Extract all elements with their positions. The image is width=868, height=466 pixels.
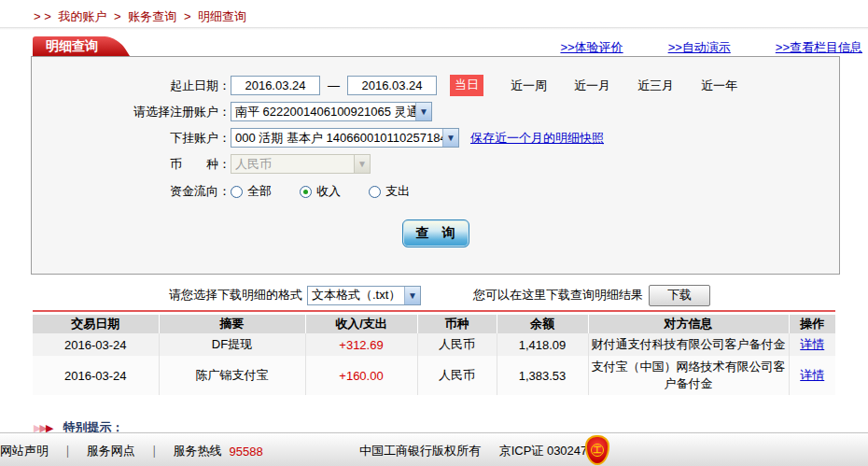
- date-to-input[interactable]: [347, 76, 437, 95]
- col-header-currency: 币种: [417, 315, 497, 333]
- radio-icon[interactable]: [231, 186, 243, 198]
- link-view-column-info[interactable]: >>查看栏目信息: [776, 39, 862, 56]
- currency-value: 人民币: [231, 156, 354, 173]
- quick-range-year[interactable]: 近一年: [701, 78, 737, 94]
- hotline-label: 服务热线: [173, 443, 221, 459]
- download-row: 请您选择下载明细的格式 文本格式（.txt） ▼ 您可以在这里下载查询明细结果 …: [31, 281, 840, 309]
- table-header-row: 交易日期 摘要 收入/支出 币种 余额 对方信息 操作: [33, 315, 835, 333]
- registered-account-label: 请选择注册账户：: [32, 104, 231, 120]
- registered-account-select[interactable]: 南平 6222001406100921065 灵通卡 ▼: [231, 102, 432, 121]
- today-badge[interactable]: 当日: [450, 75, 483, 96]
- tab-detail-query[interactable]: 明细查询: [33, 36, 105, 56]
- link-experience-rating[interactable]: >>体验评价: [560, 39, 623, 56]
- cell-summary: 陈广锦支付宝: [159, 356, 305, 395]
- download-hint: 您可以在这里下载查询明细结果: [473, 287, 643, 304]
- cell-date: 2016-03-24: [33, 333, 159, 356]
- footer-separator: ｜: [148, 443, 161, 459]
- currency-row: 币 种： 人民币 ▼: [32, 151, 839, 177]
- query-button[interactable]: 查 询: [402, 219, 469, 247]
- copyright-text: 中国工商银行版权所有: [359, 444, 481, 458]
- breadcrumb-item-detail-query[interactable]: 明细查询: [198, 9, 246, 23]
- date-dash: —: [328, 78, 340, 92]
- download-format-value: 文本格式（.txt）: [308, 287, 404, 304]
- breadcrumb-item-my-account[interactable]: 我的账户: [58, 9, 106, 23]
- footer-link-service-outlets[interactable]: 服务网点: [87, 443, 135, 459]
- date-from-input[interactable]: [231, 76, 320, 95]
- col-header-action: 操作: [789, 315, 835, 333]
- cell-counterparty: 财付通支付科技有限公司客户备付金: [588, 333, 789, 356]
- footer-copyright: 中国工商银行版权所有 京ICP证 030247号: [359, 443, 599, 459]
- flow-radio-group: 全部 收入 支出: [231, 183, 438, 200]
- col-header-counterparty: 对方信息: [588, 315, 789, 333]
- flow-direction-row: 资金流向： 全部 收入 支出: [32, 177, 839, 205]
- cell-counterparty: 支付宝（中国）网络技术有限公司客户备付金: [588, 356, 789, 395]
- breadcrumb-separator: >: [114, 9, 121, 23]
- col-header-summary: 摘要: [159, 315, 305, 333]
- cell-currency: 人民币: [417, 356, 497, 395]
- col-header-amount: 收入/支出: [305, 315, 417, 333]
- breadcrumb: > > 我的账户 > 账务查询 > 明细查询: [34, 8, 250, 25]
- radio-option-income[interactable]: 收入: [300, 183, 341, 200]
- col-header-date: 交易日期: [33, 315, 159, 333]
- footer-separator: ｜: [62, 443, 74, 459]
- registered-account-value: 南平 6222001406100921065 灵通卡: [231, 104, 415, 120]
- radio-option-expense[interactable]: 支出: [369, 183, 410, 200]
- cell-summary: DF提现: [159, 333, 305, 356]
- date-range-row: 起止日期： — 当日 近一周 近一月 近三月 近一年: [32, 73, 839, 98]
- table-row: 2016-03-24 DF提现 +312.69 人民币 1,418.09 财付通…: [33, 333, 835, 356]
- icbc-shield-icon: 工: [585, 435, 609, 465]
- radio-selected-icon[interactable]: [300, 186, 312, 198]
- chevron-down-icon: ▼: [415, 103, 431, 120]
- radio-label-all: 全部: [247, 183, 272, 200]
- top-links: >>体验评价 >>自动演示 >>查看栏目信息: [560, 39, 862, 56]
- sub-account-value: 000 活期 基本户 1406600101102571848: [231, 130, 442, 147]
- footer-left: 网站声明 ｜ 服务网点 ｜ 服务热线 95588: [0, 443, 263, 459]
- currency-label: 币 种：: [32, 156, 231, 173]
- save-snapshot-link[interactable]: 保存近一个月的明细快照: [470, 130, 604, 147]
- sub-account-select[interactable]: 000 活期 基本户 1406600101102571848 ▼: [231, 128, 459, 148]
- detail-link[interactable]: 详情: [800, 368, 824, 382]
- radio-label-expense: 支出: [385, 183, 410, 200]
- cell-amount: +312.69: [305, 333, 417, 356]
- breadcrumb-prefix: > >: [34, 9, 51, 23]
- footer-link-site-statement[interactable]: 网站声明: [0, 443, 49, 459]
- chevron-down-icon: ▼: [354, 155, 370, 173]
- breadcrumb-item-account-query[interactable]: 账务查询: [128, 9, 176, 23]
- currency-select: 人民币 ▼: [231, 154, 371, 174]
- radio-option-all[interactable]: 全部: [231, 183, 272, 200]
- chevron-down-icon: ▼: [404, 287, 420, 304]
- table-top-divider: [33, 310, 835, 312]
- breadcrumb-separator: >: [184, 9, 191, 23]
- flow-direction-label: 资金流向：: [32, 183, 231, 200]
- quick-range-quarter[interactable]: 近三月: [637, 78, 674, 94]
- quick-range-month[interactable]: 近一月: [574, 78, 610, 94]
- query-form-panel: 起止日期： — 当日 近一周 近一月 近三月 近一年 请选择注册账户： 南平 6…: [31, 56, 840, 275]
- cell-date: 2016-03-24: [33, 356, 159, 395]
- registered-account-row: 请选择注册账户： 南平 6222001406100921065 灵通卡 ▼: [32, 99, 839, 124]
- cell-balance: 1,418.09: [497, 333, 588, 356]
- hotline-number: 95588: [229, 445, 262, 459]
- transactions-table: 交易日期 摘要 收入/支出 币种 余额 对方信息 操作 2016-03-24 D…: [33, 315, 835, 395]
- footer-bar: 网站声明 ｜ 服务网点 ｜ 服务热线 95588 中国工商银行版权所有 京ICP…: [0, 432, 868, 466]
- download-format-select[interactable]: 文本格式（.txt） ▼: [307, 286, 421, 305]
- sub-account-row: 下挂账户： 000 活期 基本户 1406600101102571848 ▼ 保…: [32, 125, 839, 150]
- detail-link[interactable]: 详情: [800, 337, 824, 351]
- date-range-label: 起止日期：: [32, 78, 231, 94]
- page: > > 我的账户 > 账务查询 > 明细查询 明细查询 >>体验评价 >>自动演…: [0, 0, 868, 466]
- divider: [0, 27, 868, 30]
- link-auto-demo[interactable]: >>自动演示: [668, 39, 731, 56]
- quick-range-week[interactable]: 近一周: [511, 78, 547, 94]
- chevron-down-icon: ▼: [442, 129, 458, 147]
- radio-icon[interactable]: [369, 186, 381, 198]
- col-header-balance: 余额: [497, 315, 588, 333]
- download-format-label: 请您选择下载明细的格式: [169, 287, 302, 304]
- cell-amount: +160.00: [305, 356, 417, 395]
- table-row: 2016-03-24 陈广锦支付宝 +160.00 人民币 1,383.53 支…: [33, 356, 835, 395]
- radio-label-income: 收入: [316, 183, 341, 200]
- sub-account-label: 下挂账户：: [32, 130, 231, 147]
- download-button[interactable]: 下载: [649, 285, 710, 306]
- cell-currency: 人民币: [417, 333, 497, 356]
- cell-balance: 1,383.53: [497, 356, 588, 395]
